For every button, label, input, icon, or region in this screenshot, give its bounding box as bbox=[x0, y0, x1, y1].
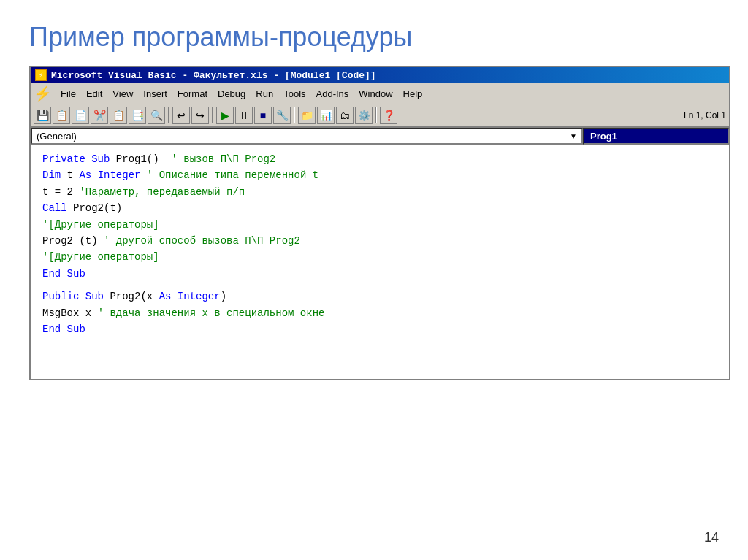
code-line-7: '[Другие операторы] bbox=[42, 249, 717, 265]
toolbar-position: Ln 1, Col 1 bbox=[684, 110, 726, 120]
title-bar-text: Microsoft Visual Basic - Факультет.xls -… bbox=[51, 70, 376, 81]
menu-insert[interactable]: Insert bbox=[139, 87, 172, 101]
menu-view[interactable]: View bbox=[108, 87, 137, 101]
vb-icon: ⚡ bbox=[35, 69, 47, 81]
general-dropdown[interactable]: (General) ▼ bbox=[31, 128, 583, 145]
title-bar: ⚡ Microsoft Visual Basic - Факультет.xls… bbox=[31, 67, 729, 83]
toolbar-btn-7[interactable]: 🔍 bbox=[148, 107, 165, 124]
toolbar-btn-2[interactable]: 📋 bbox=[53, 107, 70, 124]
slide-number: 14 bbox=[704, 530, 719, 545]
general-dropdown-arrow: ▼ bbox=[570, 132, 577, 140]
menu-debug[interactable]: Debug bbox=[213, 87, 250, 101]
vb-window: ⚡ Microsoft Visual Basic - Факультет.xls… bbox=[29, 66, 730, 380]
code-line-1: Private Sub Prog1() ' вызов П\П Prog2 bbox=[42, 151, 717, 167]
toolbar-sep-2 bbox=[212, 107, 213, 123]
menu-format[interactable]: Format bbox=[173, 87, 212, 101]
menu-addins[interactable]: Add-Ins bbox=[312, 87, 354, 101]
toolbar-redo-btn[interactable]: ↪ bbox=[191, 107, 209, 124]
toolbar-btn-11[interactable]: ⚙️ bbox=[355, 107, 373, 124]
menu-tools[interactable]: Tools bbox=[279, 87, 310, 101]
toolbar-btn-8[interactable]: 📁 bbox=[298, 107, 316, 124]
prog-label: Prog1 bbox=[590, 131, 617, 142]
menu-run[interactable]: Run bbox=[251, 87, 278, 101]
toolbar-save-btn[interactable]: 💾 bbox=[34, 107, 51, 124]
code-editor[interactable]: Private Sub Prog1() ' вызов П\П Prog2 Di… bbox=[31, 145, 729, 379]
toolbar-btn-10[interactable]: 🗂 bbox=[336, 107, 354, 124]
toolbar-btn-9[interactable]: 📊 bbox=[317, 107, 335, 124]
menu-file[interactable]: File bbox=[56, 87, 80, 101]
code-header: (General) ▼ Prog1 bbox=[31, 128, 729, 145]
code-line-5: '[Другие операторы] bbox=[42, 217, 717, 233]
menu-edit[interactable]: Edit bbox=[82, 87, 107, 101]
slide-title: Пример программы-процедуры bbox=[29, 22, 719, 53]
code-line-8: End Sub bbox=[42, 266, 717, 282]
toolbar-btn-6[interactable]: 📑 bbox=[129, 107, 146, 124]
code-line-10: MsgBox x ' вдача значения x в специально… bbox=[42, 305, 717, 321]
toolbar-design-btn[interactable]: 🔧 bbox=[273, 107, 291, 124]
code-separator bbox=[42, 285, 717, 285]
toolbar-sep-1 bbox=[168, 107, 169, 123]
general-label: (General) bbox=[37, 131, 77, 142]
slide-container: Пример программы-процедуры ⚡ Microsoft V… bbox=[0, 0, 748, 560]
toolbar-btn-5[interactable]: 📋 bbox=[110, 107, 127, 124]
toolbar-btn-4[interactable]: ✂️ bbox=[91, 107, 108, 124]
menu-help[interactable]: Help bbox=[399, 87, 427, 101]
code-line-3: t = 2 'Параметр, передаваемый п/п bbox=[42, 184, 717, 200]
code-line-4: Call Prog2(t) bbox=[42, 200, 717, 216]
toolbar-help-btn[interactable]: ❓ bbox=[380, 107, 397, 124]
toolbar-btn-3[interactable]: 📄 bbox=[72, 107, 89, 124]
toolbar-stop-btn[interactable]: ■ bbox=[254, 107, 272, 124]
toolbar-run-btn[interactable]: ▶ bbox=[216, 107, 234, 124]
code-line-11: End Sub bbox=[42, 321, 717, 337]
toolbar: 💾 📋 📄 ✂️ 📋 📑 🔍 ↩ ↪ ▶ ⏸ ■ 🔧 📁 📊 🗂 ⚙️ ❓ Ln… bbox=[31, 104, 729, 128]
toolbar-undo-btn[interactable]: ↩ bbox=[172, 107, 190, 124]
app-icon: ⚡ bbox=[34, 85, 52, 102]
prog-dropdown[interactable]: Prog1 bbox=[583, 128, 729, 145]
menu-bar: ⚡ File Edit View Insert Format Debug Run… bbox=[31, 83, 729, 104]
toolbar-sep-4 bbox=[375, 107, 377, 123]
code-line-6: Prog2 (t) ' другой способ вызова П\П Pro… bbox=[42, 233, 717, 249]
toolbar-sep-3 bbox=[294, 107, 295, 123]
code-line-9: Public Sub Prog2(x As Integer) bbox=[42, 288, 717, 304]
toolbar-pause-btn[interactable]: ⏸ bbox=[235, 107, 253, 124]
menu-window[interactable]: Window bbox=[354, 87, 397, 101]
code-line-2: Dim t As Integer ' Описание типа перемен… bbox=[42, 167, 717, 183]
